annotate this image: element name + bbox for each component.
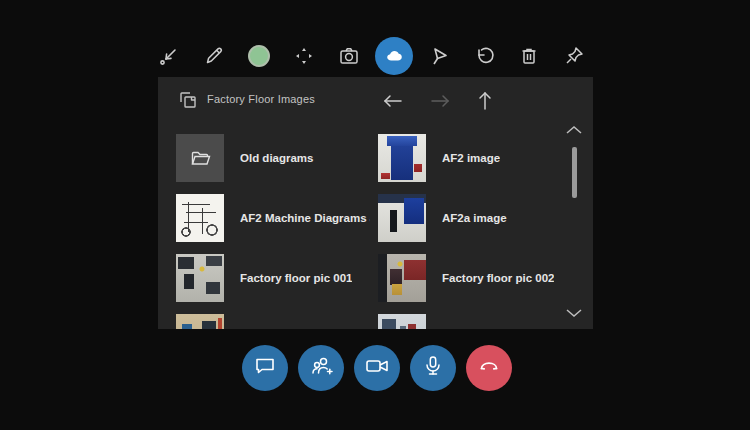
video-camera-icon [364, 353, 390, 383]
move-tool-button[interactable] [287, 39, 321, 73]
video-button[interactable] [354, 345, 400, 391]
forward-button[interactable] [427, 90, 453, 112]
undo-icon [473, 45, 495, 67]
pencil-icon [203, 45, 225, 67]
file-item-partial-row[interactable] [378, 308, 580, 329]
chat-icon [253, 354, 277, 382]
folder-icon [189, 147, 211, 169]
pin-button[interactable] [557, 39, 591, 73]
image-thumbnail [176, 194, 224, 242]
onedrive-cloud-icon [382, 44, 406, 68]
folder-thumbnail [176, 134, 224, 182]
image-thumbnail [378, 134, 426, 182]
file-label: Factory floor pic 002 [442, 272, 554, 284]
file-browser-icon [177, 89, 199, 115]
photo-capture-button[interactable] [332, 39, 366, 73]
file-browser-header: Factory Floor Images [158, 77, 593, 123]
scroll-up-button[interactable] [561, 121, 587, 139]
chevron-down-icon [565, 308, 583, 318]
end-call-icon [476, 353, 502, 383]
mic-button[interactable] [410, 345, 456, 391]
image-thumbnail [176, 314, 224, 329]
image-thumbnail [176, 254, 224, 302]
add-participant-icon [308, 353, 334, 383]
file-label: Old diagrams [240, 152, 314, 164]
back-button[interactable] [380, 90, 406, 112]
file-item-factory-floor-pic-001[interactable]: Factory floor pic 001 [176, 248, 378, 308]
file-label: AF2 Machine Diagrams alt... [240, 212, 370, 224]
camera-icon [338, 45, 360, 67]
image-thumbnail [378, 194, 426, 242]
folder-breadcrumb-title: Factory Floor Images [207, 93, 315, 105]
file-label: AF2 image [442, 152, 500, 164]
file-item-af2a-image[interactable]: AF2a image [378, 188, 580, 248]
flag-icon [428, 45, 450, 67]
onedrive-files-button[interactable] [375, 37, 413, 75]
move-dots-icon [294, 46, 314, 66]
arrow-tool-button[interactable] [152, 39, 186, 73]
ink-tool-button[interactable] [197, 39, 231, 73]
end-call-button[interactable] [466, 345, 512, 391]
trash-icon [518, 45, 540, 67]
file-item-partial-row[interactable] [176, 308, 378, 329]
file-grid: Old diagrams AF2 image AF2 Machine Diagr… [176, 128, 580, 329]
delete-button[interactable] [512, 39, 546, 73]
file-item-old-diagrams[interactable]: Old diagrams [176, 128, 378, 188]
scrollbar-thumb[interactable] [572, 147, 577, 198]
chevron-up-icon [565, 125, 583, 135]
file-label: Factory floor pic 001 [240, 272, 352, 284]
image-thumbnail [378, 314, 426, 329]
file-item-af2-machine-diagrams[interactable]: AF2 Machine Diagrams alt... [176, 188, 378, 248]
image-thumbnail [378, 254, 426, 302]
scroll-down-button[interactable] [561, 304, 587, 322]
file-item-factory-floor-pic-002[interactable]: Factory floor pic 002 [378, 248, 580, 308]
color-swatch-icon [248, 45, 270, 67]
file-browser-panel: Factory Floor Images [158, 77, 593, 329]
arrow-place-icon [158, 45, 180, 67]
add-participant-button[interactable] [298, 345, 344, 391]
file-item-af2-image[interactable]: AF2 image [378, 128, 580, 188]
annotation-toolbar [152, 37, 591, 75]
undo-button[interactable] [467, 39, 501, 73]
color-picker-button[interactable] [242, 39, 276, 73]
file-label: AF2a image [442, 212, 507, 224]
remote-assist-app: Factory Floor Images [0, 0, 750, 430]
up-level-button[interactable] [472, 90, 498, 112]
pointer-tool-button[interactable] [422, 39, 456, 73]
pin-icon [563, 45, 585, 67]
microphone-icon [421, 354, 445, 382]
chat-button[interactable] [242, 345, 288, 391]
call-controls-bar [242, 345, 512, 391]
